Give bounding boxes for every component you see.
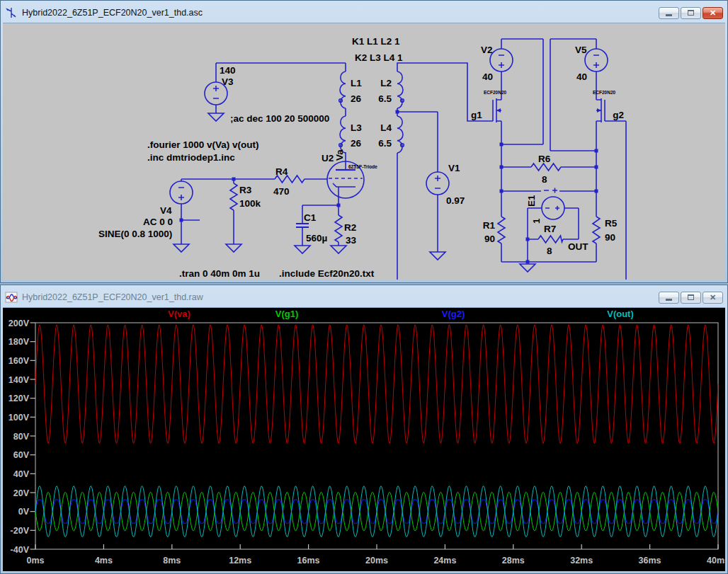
mosfet-M1[interactable]: ECF20N20 — [484, 90, 507, 122]
close-icon: ✕ — [710, 9, 716, 17]
directive-k2[interactable]: K2 L3 L4 1 — [355, 52, 403, 63]
capacitor-C1[interactable]: C1 560µ — [296, 212, 327, 243]
component-value: 6.5 — [378, 93, 392, 104]
maximize-icon — [688, 294, 694, 300]
component-value: 40 — [482, 71, 493, 82]
component-name: E1 — [526, 195, 537, 207]
component-value: 100k — [239, 198, 261, 209]
voltage-source-V2[interactable]: V2 40 — [481, 45, 513, 82]
voltage-source-V3[interactable]: 140 V3 — [205, 65, 236, 105]
schematic-titlebar[interactable]: Hybrid2022_6Z51P_ECF20N20_ver1_thd.asc ✕ — [3, 3, 725, 23]
directive-fourier[interactable]: .fourier 1000 v(Va) v(out) — [147, 139, 259, 150]
resistor-R6[interactable]: R6 8 — [531, 154, 561, 185]
component-name: R6 — [538, 154, 551, 164]
inductor-L4[interactable]: L4 6.5 — [378, 116, 404, 153]
resistor-R2[interactable]: R2 33 — [335, 215, 357, 246]
y-axis-label: 160V — [8, 356, 30, 366]
waveform-plot-container: 200V180V160V140V120V100V80V60V40V20V0V-2… — [3, 307, 725, 571]
maximize-icon — [688, 10, 694, 16]
component-value: 90 — [484, 234, 495, 244]
waveform-window: Hybrid2022_6Z51P_ECF20N20_ver1_thd.raw ✕… — [0, 285, 728, 574]
minimize-button[interactable] — [659, 292, 679, 304]
net-label-g2[interactable]: g2 — [613, 110, 624, 120]
directive-k1[interactable]: K1 L1 L2 1 — [352, 36, 400, 47]
component-name: V3 — [222, 76, 234, 87]
dependent-source-E1[interactable]: E1 1 — [526, 188, 564, 224]
component-value: 8 — [547, 246, 552, 256]
component-value: 90 — [605, 232, 615, 243]
y-axis-label: 140V — [8, 375, 30, 385]
component-name: V4 — [160, 205, 172, 216]
component-value: 26 — [351, 138, 362, 149]
y-axis-label: 120V — [8, 394, 30, 403]
mosfet-arrow — [597, 108, 601, 113]
component-name: V1 — [448, 163, 460, 173]
x-axis-label: 36ms — [639, 556, 661, 566]
plot-border — [35, 323, 718, 549]
directive-include[interactable]: .include Ecf20n20.txt — [279, 268, 375, 279]
component-name: U2 — [322, 153, 334, 163]
close-button[interactable]: ✕ — [703, 292, 723, 304]
net-label-g1[interactable]: g1 — [471, 110, 482, 120]
x-axis-label: 12ms — [229, 556, 251, 566]
component-value: SINE(0 0.8 1000) — [98, 229, 172, 239]
voltage-source-V5[interactable]: V5 40 — [575, 45, 608, 82]
inductor-L2[interactable]: L2 6.5 — [378, 71, 404, 108]
component-value: 8 — [542, 174, 547, 185]
triode-U2[interactable]: U2 6Z51P-Triode Va — [322, 149, 377, 198]
directive-ac[interactable]: ;ac dec 100 20 500000 — [230, 113, 329, 124]
resistor-R7[interactable]: R7 8 — [538, 224, 563, 256]
component-type: ECF20N20 — [593, 90, 616, 95]
component-value: AC 0 0 — [143, 217, 173, 227]
mosfet-arrow — [496, 108, 501, 113]
resistor-R1[interactable]: R1 90 — [483, 217, 505, 244]
y-axis-label: 60V — [13, 450, 30, 460]
x-axis-label: 20ms — [365, 556, 388, 566]
close-button[interactable]: ✕ — [703, 7, 723, 19]
inductor-L1[interactable]: L1 26 — [339, 71, 363, 108]
y-axis-label: -40V — [11, 545, 30, 555]
component-value: 560µ — [306, 233, 327, 243]
component-name: V2 — [481, 45, 493, 55]
cathode — [333, 183, 356, 187]
waveform-titlebar[interactable]: Hybrid2022_6Z51P_ECF20N20_ver1_thd.raw ✕ — [3, 287, 725, 307]
component-name: L4 — [380, 122, 392, 133]
trace-V(va)[interactable] — [35, 325, 718, 444]
voltage-source-V4[interactable]: V4 AC 0 0 SINE(0 0.8 1000) — [98, 181, 193, 239]
y-axis-label: 80V — [13, 432, 30, 442]
x-axis-label: 32ms — [570, 556, 593, 566]
resistor-R5[interactable]: R5 90 — [593, 217, 618, 243]
resistor-R4[interactable]: R4 470 — [273, 166, 305, 197]
directive-tran[interactable]: .tran 0 40m 0m 1u — [179, 268, 260, 279]
maximize-button[interactable] — [681, 292, 701, 304]
inductor-L3[interactable]: L3 26 — [339, 116, 363, 153]
x-axis-label: 0ms — [26, 556, 44, 566]
component-value: 33 — [346, 235, 357, 246]
schematic-canvas-container: 140 V3 V4 AC 0 0 SINE(0 0.8 1000) V1 0.9… — [3, 23, 725, 280]
net-label-va[interactable]: Va — [334, 149, 345, 161]
ltspice-schematic-icon — [5, 6, 18, 19]
y-axis-label: 100V — [8, 413, 30, 423]
y-axis-label: 0V — [18, 507, 30, 517]
component-value: 0.97 — [446, 195, 465, 206]
schematic-canvas[interactable]: 140 V3 V4 AC 0 0 SINE(0 0.8 1000) V1 0.9… — [3, 23, 725, 280]
x-axis-label: 16ms — [297, 556, 320, 566]
x-axis-label: 28ms — [502, 556, 525, 566]
component-type: ECF20N20 — [484, 90, 507, 95]
maximize-button[interactable] — [681, 7, 701, 19]
waveform-icon — [5, 291, 18, 304]
ground-symbols — [174, 113, 535, 272]
component-value: 140 — [220, 65, 236, 76]
y-axis-label: 40V — [13, 469, 30, 479]
component-value: 470 — [273, 186, 290, 197]
waveform-plot[interactable]: 200V180V160V140V120V100V80V60V40V20V0V-2… — [3, 308, 725, 571]
resistor-R3[interactable]: R3 100k — [230, 183, 261, 210]
y-axis-label: -20V — [11, 526, 30, 536]
x-axis-label: 4ms — [95, 556, 113, 566]
wires — [181, 39, 626, 280]
trace-V(out)[interactable] — [35, 486, 718, 537]
directive-inc[interactable]: .inc dmtriodep1.inc — [147, 152, 235, 163]
minimize-button[interactable] — [659, 7, 679, 19]
voltage-source-V1[interactable]: V1 0.97 — [426, 163, 465, 206]
net-label-out[interactable]: OUT — [568, 241, 588, 252]
